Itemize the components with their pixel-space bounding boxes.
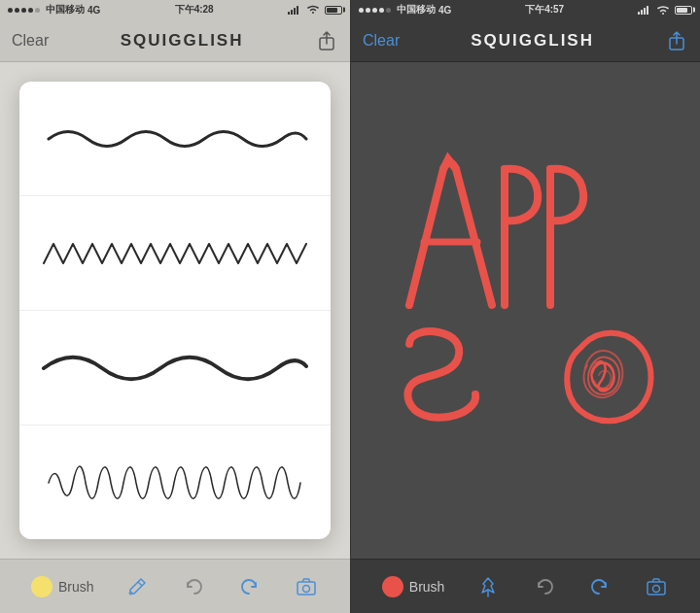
svg-point-12 — [662, 13, 664, 15]
camera-button-left[interactable] — [294, 574, 319, 599]
brush-label-right: Brush — [409, 579, 445, 595]
stroke-smooth — [39, 349, 311, 388]
signal-dot-4 — [28, 8, 33, 13]
status-bar-left: 中国移动 4G 下午4:28 — [0, 0, 350, 19]
signal-bars-left — [288, 5, 301, 15]
share-button-right[interactable] — [665, 29, 688, 52]
redo-button-left[interactable] — [237, 574, 262, 599]
pin-button-right[interactable] — [475, 574, 501, 599]
nav-bar-right: Clear SQUIGGLISH — [351, 19, 700, 62]
signal-dot-1 — [8, 8, 13, 13]
network-right: 4G — [438, 5, 451, 16]
svg-point-15 — [653, 585, 660, 592]
battery-icon-right — [675, 6, 692, 15]
brush-row-wavy[interactable] — [19, 82, 331, 196]
carrier-right: 中国移动 — [397, 3, 436, 17]
share-button-left[interactable] — [315, 29, 338, 52]
camera-button-right[interactable] — [644, 574, 669, 599]
undo-button-left[interactable] — [181, 574, 206, 599]
battery-area-left — [288, 5, 342, 15]
battery-icon-left — [325, 6, 342, 15]
toolbar-right: Brush — [351, 559, 700, 613]
svg-point-7 — [303, 585, 310, 592]
signal-area-right: 中国移动 4G — [359, 3, 451, 17]
color-selector-left[interactable]: Brush — [31, 576, 94, 597]
battery-area-right — [638, 5, 692, 15]
svg-rect-1 — [291, 10, 293, 15]
signal-bars-right — [638, 5, 651, 15]
drawing-canvas-right — [351, 62, 700, 528]
carrier-left: 中国移动 — [46, 3, 85, 17]
wifi-icon-right — [655, 5, 671, 15]
svg-rect-10 — [644, 8, 646, 15]
app-title-right: SQUIGGLISH — [471, 31, 594, 51]
signal-dots — [8, 8, 40, 13]
clear-button-left[interactable]: Clear — [12, 32, 49, 50]
brush-label-left: Brush — [58, 579, 94, 595]
svg-rect-8 — [638, 12, 640, 15]
canvas-area-left[interactable] — [0, 62, 350, 559]
status-bar-right: 中国移动 4G 下午4:57 — [351, 0, 700, 19]
svg-rect-2 — [294, 8, 296, 15]
color-selector-right[interactable]: Brush — [382, 576, 445, 597]
signal-dots-right — [359, 8, 391, 13]
color-dot-right[interactable] — [382, 576, 403, 597]
color-dot-left[interactable] — [31, 576, 52, 597]
signal-dot-5 — [35, 8, 40, 13]
app-title-left: SQUIGGLISH — [121, 31, 244, 51]
clear-button-right[interactable]: Clear — [363, 32, 400, 50]
wifi-icon-left — [305, 5, 321, 15]
signal-dot-2 — [15, 8, 19, 13]
stroke-spring — [39, 459, 311, 507]
brush-panel[interactable] — [19, 82, 331, 539]
signal-dot-3 — [21, 8, 26, 13]
svg-rect-0 — [288, 12, 290, 15]
network-left: 4G — [88, 5, 100, 16]
svg-rect-9 — [641, 10, 643, 15]
time-right: 下午4:57 — [525, 3, 564, 17]
brush-row-spring[interactable] — [19, 426, 331, 539]
toolbar-left: Brush — [0, 559, 350, 613]
signal-area: 中国移动 4G — [8, 3, 100, 17]
left-panel: 中国移动 4G 下午4:28 Clear SQUIGGLISH — [0, 0, 350, 613]
time-left: 下午4:28 — [175, 3, 214, 17]
brush-row-zigzag[interactable] — [19, 196, 331, 311]
canvas-area-right[interactable] — [351, 62, 700, 559]
svg-rect-11 — [647, 6, 648, 15]
right-panel: 中国移动 4G 下午4:57 Clear SQUIGGLISH — [350, 0, 700, 613]
eyedropper-button-left[interactable] — [124, 574, 150, 599]
svg-rect-3 — [297, 6, 298, 15]
redo-button-right[interactable] — [587, 574, 612, 599]
nav-bar-left: Clear SQUIGGLISH — [0, 19, 350, 62]
stroke-wavy — [39, 119, 311, 158]
brush-row-smooth[interactable] — [19, 311, 331, 426]
undo-button-right[interactable] — [532, 574, 557, 599]
stroke-zigzag — [39, 234, 311, 273]
